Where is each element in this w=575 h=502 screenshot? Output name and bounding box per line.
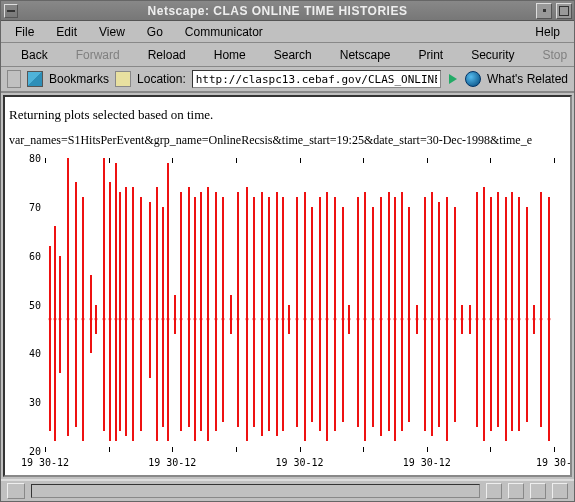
forward-button[interactable]: Forward [64, 46, 132, 64]
data-point [348, 318, 351, 321]
data-point [482, 318, 485, 321]
data-point [288, 318, 291, 321]
data-point [489, 318, 492, 321]
security-lock-icon[interactable] [7, 483, 25, 499]
component-icon-4[interactable] [552, 483, 568, 499]
error-bar [334, 197, 336, 431]
minimize-button[interactable] [536, 3, 552, 19]
error-bar [424, 197, 426, 431]
error-bar [268, 197, 270, 431]
y-tick-label: 30 [29, 397, 41, 408]
axis-tick [109, 447, 110, 452]
component-icon-3[interactable] [530, 483, 546, 499]
data-point [461, 318, 464, 321]
maximize-button[interactable] [556, 3, 572, 19]
print-button[interactable]: Print [406, 46, 455, 64]
menu-go[interactable]: Go [137, 23, 173, 41]
error-bar [454, 207, 456, 422]
personal-toolbar-handle[interactable] [7, 70, 21, 88]
whats-related-label[interactable]: What's Related [487, 72, 568, 86]
bookmarks-label[interactable]: Bookmarks [49, 72, 109, 86]
error-bar [276, 192, 278, 436]
x-tick-label: 19 30-12 [21, 457, 69, 468]
go-button-icon[interactable] [449, 74, 457, 84]
data-point [180, 318, 183, 321]
error-bar [115, 163, 117, 441]
menu-communicator[interactable]: Communicator [175, 23, 273, 41]
error-bar [431, 192, 433, 436]
statusbar [1, 479, 574, 501]
y-tick-label: 80 [29, 153, 41, 164]
error-bar [200, 192, 202, 431]
y-tick-label: 60 [29, 250, 41, 261]
menu-edit[interactable]: Edit [46, 23, 87, 41]
error-bar [132, 187, 134, 441]
error-bar [237, 192, 239, 426]
y-tick-label: 50 [29, 299, 41, 310]
url-input[interactable] [192, 70, 441, 88]
navigation-toolbar: Back Forward Reload Home Search Netscape… [1, 43, 574, 67]
window-titlebar: Netscape: CLAS ONLINE TIME HISTORIES [1, 1, 574, 21]
data-point [547, 318, 550, 321]
plot-area [45, 158, 554, 453]
data-point [540, 318, 543, 321]
data-point [295, 318, 298, 321]
data-point [401, 318, 404, 321]
error-bar [119, 192, 121, 431]
query-string: var_names=S1HitsPerEvent&grp_name=Online… [9, 133, 566, 148]
error-bar [109, 182, 111, 441]
data-point [275, 318, 278, 321]
data-point [423, 318, 426, 321]
error-bar [296, 197, 298, 427]
menubar: File Edit View Go Communicator Help [1, 21, 574, 43]
data-point [310, 318, 313, 321]
data-point [532, 318, 535, 321]
data-point [131, 318, 134, 321]
error-bar [511, 192, 513, 431]
data-point [438, 318, 441, 321]
data-point [318, 318, 321, 321]
data-point [334, 318, 337, 321]
time-history-chart: 20304050607080 19 30-1219 30-1219 30-121… [17, 158, 554, 473]
reload-button[interactable]: Reload [136, 46, 198, 64]
data-point [115, 318, 118, 321]
component-icon-1[interactable] [486, 483, 502, 499]
stop-button[interactable]: Stop [531, 46, 575, 64]
bookmarks-icon[interactable] [27, 71, 43, 87]
status-message-well [31, 484, 480, 498]
data-point [94, 318, 97, 321]
data-point [468, 318, 471, 321]
error-bar [49, 246, 51, 432]
data-point [66, 318, 69, 321]
page-proxy-icon[interactable] [115, 71, 131, 87]
menu-view[interactable]: View [89, 23, 135, 41]
data-point [155, 318, 158, 321]
data-point [511, 318, 514, 321]
error-bar [215, 192, 217, 431]
axis-tick [45, 447, 46, 452]
location-label: Location: [137, 72, 186, 86]
security-button[interactable]: Security [459, 46, 526, 64]
data-point [303, 318, 306, 321]
data-point [148, 318, 151, 321]
netscape-button[interactable]: Netscape [328, 46, 403, 64]
menu-help[interactable]: Help [525, 23, 570, 41]
ticks-bottom [45, 447, 554, 453]
data-point [222, 318, 225, 321]
search-button[interactable]: Search [262, 46, 324, 64]
component-icon-2[interactable] [508, 483, 524, 499]
error-bar [526, 207, 528, 422]
back-button[interactable]: Back [9, 46, 60, 64]
home-button[interactable]: Home [202, 46, 258, 64]
data-point [199, 318, 202, 321]
window-menu-button[interactable] [4, 4, 18, 18]
axis-tick [300, 447, 301, 452]
data-point [379, 318, 382, 321]
error-bar [230, 295, 232, 334]
data-point [82, 318, 85, 321]
y-tick-label: 40 [29, 348, 41, 359]
menu-file[interactable]: File [5, 23, 44, 41]
data-point [446, 318, 449, 321]
error-bar [140, 197, 142, 431]
data-point [194, 318, 197, 321]
